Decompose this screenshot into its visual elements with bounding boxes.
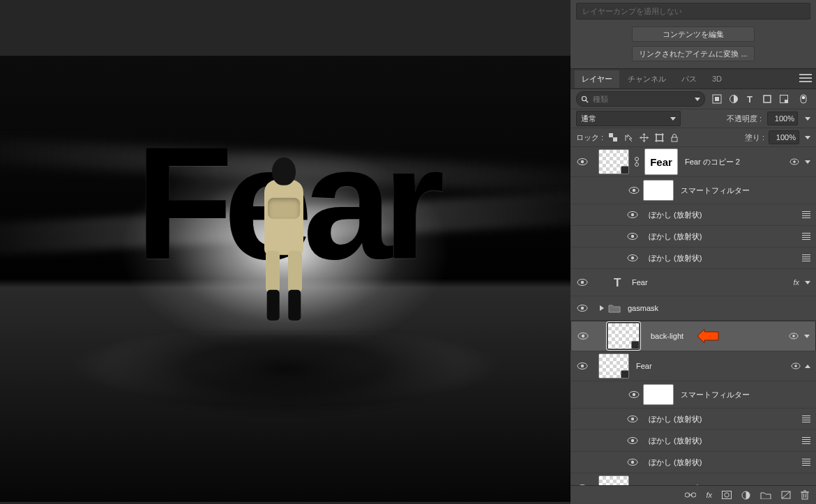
layer-fear-so[interactable]: Fear bbox=[571, 351, 816, 381]
visibility-toggle[interactable] bbox=[573, 304, 591, 312]
fill-label: 塗り : bbox=[745, 132, 764, 143]
lock-artboard-icon[interactable] bbox=[653, 133, 665, 142]
lock-image-icon[interactable] bbox=[623, 133, 634, 142]
filter-options-icon[interactable] bbox=[802, 415, 810, 422]
mask-thumb[interactable]: Fear bbox=[644, 148, 678, 175]
filter-type-icon[interactable]: T bbox=[746, 94, 755, 104]
smart-filter-header[interactable]: スマートフィルター bbox=[571, 381, 816, 408]
visibility-toggle[interactable] bbox=[574, 332, 592, 340]
svg-point-62 bbox=[725, 493, 729, 497]
svg-rect-19 bbox=[672, 137, 677, 142]
visibility-toggle[interactable] bbox=[624, 254, 642, 262]
chevron-down-icon[interactable] bbox=[804, 335, 810, 338]
blend-mode-select[interactable]: 通常 bbox=[576, 111, 681, 126]
filter-smartobj-icon[interactable] bbox=[779, 94, 789, 104]
filter-type-dropdown[interactable] bbox=[576, 91, 705, 107]
visibility-toggle[interactable] bbox=[573, 158, 591, 166]
layer-group-gasmask[interactable]: gasmask bbox=[571, 296, 816, 321]
visibility-toggle[interactable] bbox=[625, 186, 643, 194]
new-layer-icon[interactable] bbox=[781, 491, 791, 499]
filter-visibility-icon[interactable] bbox=[789, 332, 799, 340]
svg-point-23 bbox=[635, 163, 639, 167]
filter-blur-radial[interactable]: ぼかし (放射状) bbox=[571, 430, 816, 452]
filter-adjustment-icon[interactable] bbox=[729, 94, 739, 104]
filter-blur-radial[interactable]: ぼかし (放射状) bbox=[571, 247, 816, 269]
filter-mask-thumb[interactable] bbox=[643, 180, 674, 201]
lock-position-icon[interactable] bbox=[638, 133, 649, 142]
visibility-toggle[interactable] bbox=[624, 211, 642, 219]
new-adjustment-icon[interactable] bbox=[741, 491, 750, 500]
filter-visibility-icon[interactable] bbox=[791, 362, 801, 370]
visibility-toggle[interactable] bbox=[624, 436, 642, 445]
filter-visibility-icon[interactable] bbox=[789, 158, 799, 166]
layer-thumb[interactable] bbox=[607, 323, 640, 349]
layer-thumb[interactable] bbox=[598, 149, 629, 174]
layers-bottom-bar: fx bbox=[571, 485, 816, 504]
layer-name[interactable]: Fear のコピー 2 bbox=[685, 157, 740, 167]
layer-back-light[interactable]: back-light bbox=[571, 321, 816, 351]
fx-badge[interactable]: fx bbox=[793, 278, 799, 287]
layer-fear-text[interactable]: T Fear fx bbox=[571, 269, 816, 296]
link-layers-icon[interactable] bbox=[685, 491, 696, 499]
panel-menu-icon[interactable] bbox=[799, 74, 812, 84]
filter-blur-radial[interactable]: ぼかし (放射状) bbox=[571, 226, 816, 247]
smart-filter-label: スマートフィルター bbox=[681, 185, 750, 196]
layercomp-dropdown[interactable]: レイヤーカンプを適用しない bbox=[576, 3, 810, 20]
new-group-icon[interactable] bbox=[760, 491, 771, 499]
lock-label: ロック : bbox=[576, 132, 603, 143]
convert-linked-button[interactable]: リンクされたアイテムに変換 ... bbox=[632, 46, 755, 61]
filter-options-icon[interactable] bbox=[802, 254, 810, 261]
visibility-toggle[interactable] bbox=[624, 232, 642, 240]
visibility-toggle[interactable] bbox=[573, 362, 591, 370]
lock-row: ロック : 塗り : 100% bbox=[571, 128, 816, 147]
document-canvas[interactable]: Fear bbox=[0, 56, 571, 502]
fx-icon[interactable]: fx bbox=[706, 491, 712, 499]
layer-name[interactable]: Fear bbox=[636, 362, 652, 370]
filter-options-icon[interactable] bbox=[802, 459, 810, 466]
svg-rect-6 bbox=[764, 96, 771, 102]
layer-thumb[interactable] bbox=[598, 353, 629, 379]
smart-filter-header[interactable]: スマートフィルター bbox=[571, 177, 816, 204]
smartobj-badge-icon bbox=[621, 166, 629, 174]
layer-fear-copy-2[interactable]: Fear Fear のコピー 2 bbox=[571, 147, 816, 177]
visibility-toggle[interactable] bbox=[624, 415, 642, 423]
lock-all-icon[interactable] bbox=[669, 133, 680, 142]
filter-shape-icon[interactable] bbox=[762, 94, 772, 104]
chevron-down-icon[interactable] bbox=[805, 281, 810, 284]
filter-blur-radial[interactable]: ぼかし (放射状) bbox=[571, 408, 816, 430]
opacity-value[interactable]: 100% bbox=[767, 112, 798, 125]
layer-layer2-copy[interactable]: レイヤー 2 のコピー bbox=[571, 473, 816, 485]
filter-toggle-switch[interactable] bbox=[798, 94, 810, 104]
add-mask-icon[interactable] bbox=[722, 491, 732, 499]
layer-thumb[interactable] bbox=[598, 475, 629, 485]
filter-type-input[interactable] bbox=[591, 94, 690, 104]
svg-point-0 bbox=[582, 96, 586, 100]
filter-pixel-icon[interactable] bbox=[712, 94, 722, 104]
chevron-down-icon[interactable] bbox=[805, 117, 810, 121]
tab-paths[interactable]: パス bbox=[674, 70, 704, 88]
layer-name[interactable]: gasmask bbox=[628, 304, 658, 312]
tab-channels[interactable]: チャンネル bbox=[621, 70, 673, 88]
visibility-toggle[interactable] bbox=[625, 390, 643, 399]
filter-options-icon[interactable] bbox=[802, 211, 810, 218]
filter-options-icon[interactable] bbox=[802, 233, 810, 240]
chevron-down-icon[interactable] bbox=[805, 160, 810, 164]
trash-icon[interactable] bbox=[801, 490, 809, 500]
blend-row: 通常 不透明度 : 100% bbox=[571, 109, 816, 128]
visibility-toggle[interactable] bbox=[573, 278, 591, 287]
filter-blur-radial[interactable]: ぼかし (放射状) bbox=[571, 204, 816, 226]
chevron-down-icon[interactable] bbox=[805, 136, 810, 139]
chevron-up-icon[interactable] bbox=[805, 365, 810, 368]
fill-value[interactable]: 100% bbox=[769, 130, 799, 144]
filter-mask-thumb[interactable] bbox=[643, 384, 674, 405]
chevron-right-icon[interactable] bbox=[598, 305, 605, 312]
tab-3d[interactable]: 3D bbox=[705, 71, 729, 86]
visibility-toggle[interactable] bbox=[624, 458, 642, 466]
layer-name[interactable]: Fear bbox=[632, 278, 648, 287]
filter-options-icon[interactable] bbox=[802, 437, 810, 444]
layer-name[interactable]: back-light bbox=[651, 329, 683, 343]
filter-blur-radial[interactable]: ぼかし (放射状) bbox=[571, 452, 816, 473]
lock-transparency-icon[interactable] bbox=[607, 133, 619, 142]
tab-layers[interactable]: レイヤー bbox=[575, 70, 619, 88]
edit-contents-button[interactable]: コンテンツを編集 bbox=[632, 26, 755, 42]
